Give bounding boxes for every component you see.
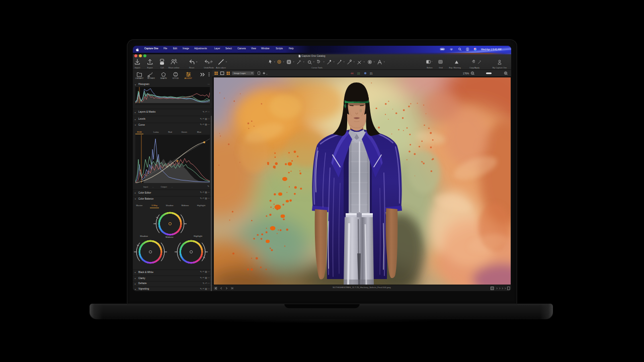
svg-text:Image Layer: Image Layer	[234, 72, 246, 74]
svg-text:176%: 176%	[463, 72, 469, 75]
svg-text:Midtone: Midtone	[166, 236, 174, 238]
svg-text:Wed Apr 1 9:41 AM: Wed Apr 1 9:41 AM	[481, 48, 501, 51]
svg-text:Shadow: Shadow	[140, 235, 148, 237]
svg-text:21: 21	[370, 72, 373, 75]
svg-text:Highlight: Highlight	[194, 235, 203, 237]
svg-text:44: 44	[351, 72, 354, 75]
svg-text:22: 22	[357, 72, 360, 75]
